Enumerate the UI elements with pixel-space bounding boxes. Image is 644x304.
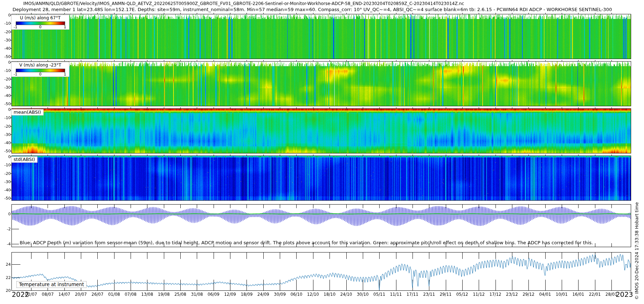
x-tick-label: 28/01 xyxy=(605,292,617,297)
x-tick-label: 17/11 xyxy=(406,292,418,297)
x-tick-label: 30/10 xyxy=(357,292,369,297)
x-tick-label: 26/07 xyxy=(92,292,103,297)
y-tick-label-depth: -20 xyxy=(0,124,11,128)
x-tick-label: 11/12 xyxy=(473,292,485,297)
y-tick-label-depth: -40 xyxy=(0,141,11,145)
y-tick-label-depth: -40 xyxy=(0,93,11,98)
x-tick-label: 24/09 xyxy=(257,292,269,297)
temperature-label: Temperature at instrument xyxy=(16,281,87,288)
v-cb-tick-neg1: -1 xyxy=(14,72,17,76)
y-tick-label-depth: -30 xyxy=(0,132,11,137)
x-tick-label: 29/12 xyxy=(523,292,535,297)
y-tick-label-depthvar: 0 xyxy=(0,212,11,216)
x-tick-label: 14/07 xyxy=(58,292,70,297)
u-colorbar-ticks: -1 0 1 xyxy=(11,25,69,30)
x-tick-label: 10/01 xyxy=(556,292,567,297)
y-tick-label-temp: 20 xyxy=(0,288,11,293)
v-colorbar-ticks: -1 0 1 xyxy=(11,72,69,77)
u-legend-title: U (m/s) along 67°T xyxy=(11,15,69,21)
x-tick-label: 23/11 xyxy=(423,292,435,297)
depth-annotation: Blue: ADCP Depth (m) variation from sens… xyxy=(20,240,593,245)
x-tick-label: 17/12 xyxy=(489,292,501,297)
x-tick-label: 18/10 xyxy=(324,292,336,297)
y-tick-label-depth: -50 xyxy=(0,196,11,201)
x-tick-label: 31/08 xyxy=(191,292,203,297)
x-tick-label: 04/01 xyxy=(539,292,551,297)
x-tick-label: 01/08 xyxy=(108,292,120,297)
y-tick-label-depthvar: -4 xyxy=(0,242,11,246)
x-tick-label: 29/11 xyxy=(440,292,452,297)
x-tick-label: 11/11 xyxy=(390,292,402,297)
x-tick-label: 22/01 xyxy=(589,292,601,297)
y-tick-label-depth: -30 xyxy=(0,179,11,184)
y-tick-label-depth: 0 xyxy=(0,107,11,112)
y-tick-label-depth: -50 xyxy=(0,54,11,59)
y-tick-label-depth: -10 xyxy=(0,21,11,26)
figure-subtitle: Deployment 28, member 1 lat=23.48S lon=1… xyxy=(13,7,612,12)
y-tick-label-depth: -50 xyxy=(0,149,11,153)
y-tick-label-depth: -40 xyxy=(0,46,11,51)
x-tick-label: 05/12 xyxy=(456,292,468,297)
y-tick-label-depthvar: -2 xyxy=(0,227,11,231)
v-legend-title: V (m/s) along -23°T xyxy=(11,62,69,68)
x-tick-label: 12/09 xyxy=(224,292,236,297)
x-tick-label: 06/10 xyxy=(291,292,302,297)
x-tick-label: 25/08 xyxy=(175,292,186,297)
plot-canvas xyxy=(0,0,644,304)
y-tick-label-depth: -20 xyxy=(0,171,11,176)
v-colorbar-legend: V (m/s) along -23°T -1 0 1 xyxy=(11,62,69,77)
y-tick-label-depth: 0 xyxy=(0,60,11,65)
x-tick-label: 08/07 xyxy=(42,292,54,297)
y-tick-label-depth: -10 xyxy=(0,163,11,167)
x-tick-label: 06/09 xyxy=(208,292,219,297)
x-tick-label: 24/10 xyxy=(340,292,352,297)
x-tick-label: 19/08 xyxy=(158,292,170,297)
y-tick-label-depth: -10 xyxy=(0,68,11,73)
y-tick-label-temp: 22 xyxy=(0,275,11,280)
y-tick-label-temp: 24 xyxy=(0,262,11,267)
figure: IMOS/ANMN/QLD/GBROTE/Velocity/IMOS_ANMN-… xyxy=(0,0,644,304)
mean-absi-label: mean(ABSI) xyxy=(11,109,44,116)
y-tick-label-depth: 0 xyxy=(0,155,11,159)
x-tick-label: 20/07 xyxy=(75,292,87,297)
x-tick-label: 12/10 xyxy=(307,292,319,297)
x-tick-label: 18/09 xyxy=(241,292,253,297)
imos-watermark: © IMOS 20-Dec-2024 17:33:38 Hobart time xyxy=(634,202,639,300)
y-tick-label-depth: -50 xyxy=(0,102,11,106)
u-cb-tick-0: 0 xyxy=(39,25,42,29)
x-tick-label: 30/09 xyxy=(274,292,286,297)
y-tick-label-depth: -40 xyxy=(0,188,11,192)
x-tick-label: 02/07 xyxy=(25,292,37,297)
x-tick-label: 05/11 xyxy=(374,292,385,297)
u-cb-tick-pos1: 1 xyxy=(64,25,66,29)
x-tick-label: 23/12 xyxy=(506,292,518,297)
x-tick-label: 16/01 xyxy=(572,292,584,297)
u-cb-tick-neg1: -1 xyxy=(14,25,17,29)
v-cb-tick-0: 0 xyxy=(39,72,42,76)
y-tick-label-depth: -30 xyxy=(0,85,11,89)
x-tick-label: 13/08 xyxy=(141,292,153,297)
u-colorbar-legend: U (m/s) along 67°T -1 0 1 xyxy=(11,15,69,30)
v-cb-tick-pos1: 1 xyxy=(64,72,66,76)
std-absi-label: std(ABSI) xyxy=(11,156,38,163)
y-tick-label-depth: -30 xyxy=(0,38,11,42)
y-tick-label-depth: -20 xyxy=(0,77,11,81)
x-tick-label: 07/08 xyxy=(125,292,137,297)
y-tick-label-depth: -20 xyxy=(0,29,11,34)
x-axis-year-end: 2023 xyxy=(616,290,633,298)
figure-title: IMOS/ANMN/QLD/GBROTE/Velocity/IMOS_ANMN-… xyxy=(23,1,464,6)
y-tick-label-depth: -10 xyxy=(0,116,11,120)
y-tick-label-depth: 0 xyxy=(0,13,11,18)
